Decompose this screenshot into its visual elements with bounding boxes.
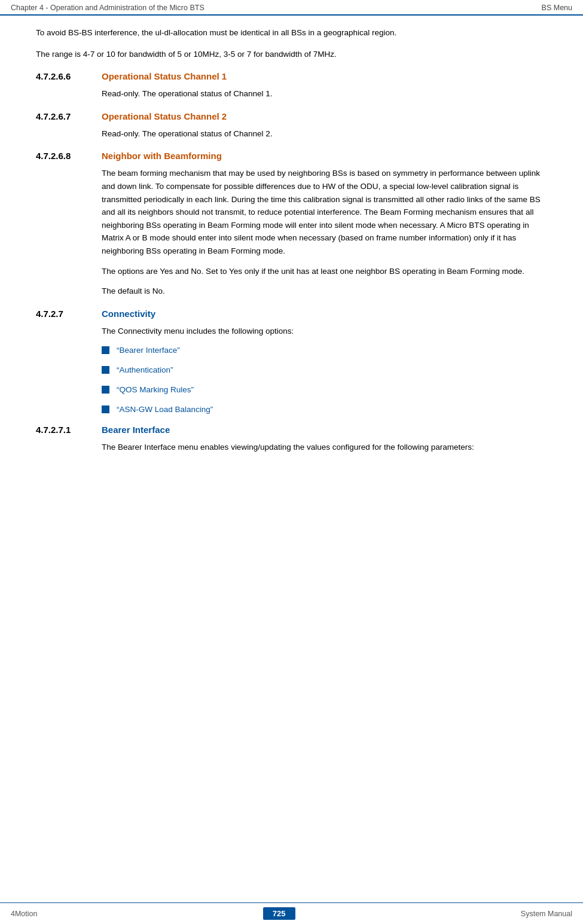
section-number-0: 4.7.2.6.6 xyxy=(36,71,102,81)
bullet-item-3-0: “Bearer Interface” xyxy=(102,346,547,355)
footer-left: 4Motion xyxy=(11,910,37,918)
section-title-4: Bearer Interface xyxy=(102,425,170,435)
bullet-item-3-2: “QOS Marking Rules” xyxy=(102,385,547,394)
bullet-item-3-3: “ASN-GW Load Balancing” xyxy=(102,405,547,414)
bullet-square-icon xyxy=(102,405,109,413)
header-bar: Chapter 4 - Operation and Administration… xyxy=(0,0,583,16)
bullet-list-3: “Bearer Interface”“Authentication”“QOS M… xyxy=(102,346,547,414)
section-body-0-para-0: Read-only. The operational status of Cha… xyxy=(102,87,547,100)
section-number-2: 4.7.2.6.8 xyxy=(36,151,102,161)
section-body-2-para-1: The options are Yes and No. Set to Yes o… xyxy=(102,265,547,278)
section-body-3: The Connectivity menu includes the follo… xyxy=(102,325,547,338)
footer-right: System Manual xyxy=(521,910,572,918)
bullet-text-3-1: “Authentication” xyxy=(117,365,173,374)
section-heading-0: 4.7.2.6.6Operational Status Channel 1 xyxy=(36,71,547,81)
header-left: Chapter 4 - Operation and Administration… xyxy=(11,4,204,12)
section-body-1-para-0: Read-only. The operational status of Cha… xyxy=(102,127,547,141)
section-body-2-para-0: The beam forming mechanism that may be u… xyxy=(102,167,547,257)
intro-para-1: To avoid BS-BS interference, the ul-dl-a… xyxy=(36,26,547,39)
bullet-text-3-3: “ASN-GW Load Balancing” xyxy=(117,405,213,414)
intro-para-2: The range is 4-7 or 10 for bandwidth of … xyxy=(36,48,547,61)
section-title-1: Operational Status Channel 2 xyxy=(102,111,227,121)
section-body-2-para-2: The default is No. xyxy=(102,285,547,298)
section-heading-3: 4.7.2.7Connectivity xyxy=(36,309,547,319)
section-body-1: Read-only. The operational status of Cha… xyxy=(102,127,547,141)
footer-page: 725 xyxy=(263,907,295,920)
bullet-text-3-2: “QOS Marking Rules” xyxy=(117,385,194,394)
content-area: To avoid BS-BS interference, the ul-dl-a… xyxy=(0,16,583,902)
section-number-4: 4.7.2.7.1 xyxy=(36,425,102,435)
section-number-3: 4.7.2.7 xyxy=(36,309,102,319)
section-body-4-para-0: The Bearer Interface menu enables viewin… xyxy=(102,441,547,454)
section-heading-4: 4.7.2.7.1Bearer Interface xyxy=(36,425,547,435)
section-title-3: Connectivity xyxy=(102,309,155,319)
section-heading-1: 4.7.2.6.7Operational Status Channel 2 xyxy=(36,111,547,121)
sections-container: 4.7.2.6.6Operational Status Channel 1Rea… xyxy=(36,71,547,454)
section-body-0: Read-only. The operational status of Cha… xyxy=(102,87,547,100)
header-right: BS Menu xyxy=(542,4,572,12)
section-title-0: Operational Status Channel 1 xyxy=(102,71,227,81)
page-wrapper: Chapter 4 - Operation and Administration… xyxy=(0,0,583,924)
bullet-square-icon xyxy=(102,386,109,394)
bullet-square-icon xyxy=(102,346,109,354)
section-body-3-para-0: The Connectivity menu includes the follo… xyxy=(102,325,547,338)
section-body-4: The Bearer Interface menu enables viewin… xyxy=(102,441,547,454)
bullet-square-icon xyxy=(102,366,109,374)
section-body-2: The beam forming mechanism that may be u… xyxy=(102,167,547,297)
section-number-1: 4.7.2.6.7 xyxy=(36,111,102,121)
bullet-text-3-0: “Bearer Interface” xyxy=(117,346,180,355)
bullet-item-3-1: “Authentication” xyxy=(102,365,547,374)
section-title-2: Neighbor with Beamforming xyxy=(102,151,222,161)
section-heading-2: 4.7.2.6.8Neighbor with Beamforming xyxy=(36,151,547,161)
footer-bar: 4Motion 725 System Manual xyxy=(0,902,583,924)
